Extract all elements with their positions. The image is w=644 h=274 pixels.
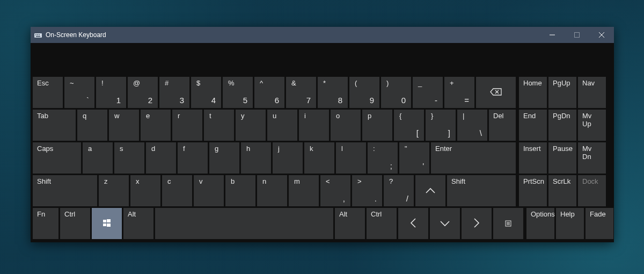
key-quote[interactable]: "' xyxy=(399,142,429,174)
key-m[interactable]: m xyxy=(289,175,319,206)
key-comma[interactable]: <, xyxy=(320,175,350,206)
key-o[interactable]: o xyxy=(331,110,361,141)
maximize-button[interactable] xyxy=(565,27,589,43)
key-b[interactable]: b xyxy=(225,175,255,206)
key-9[interactable]: (9 xyxy=(349,77,379,108)
chevron-right-icon xyxy=(473,218,480,230)
key-5[interactable]: %5 xyxy=(223,77,253,108)
key-backslash[interactable]: |\ xyxy=(457,110,487,141)
key-rbracket[interactable]: }] xyxy=(426,110,456,141)
keyboard-area: Esc ~` !1 @2 #3 $4 %5 ^6 &7 *8 (9 )0 _- … xyxy=(31,43,614,242)
key-end[interactable]: End xyxy=(519,110,547,141)
key-context-menu[interactable] xyxy=(493,208,523,239)
key-caps[interactable]: Caps xyxy=(33,142,81,174)
key-fade[interactable]: Fade xyxy=(586,208,613,239)
key-u[interactable]: u xyxy=(267,110,297,141)
key-insert[interactable]: Insert xyxy=(519,142,547,174)
key-3[interactable]: #3 xyxy=(159,77,189,108)
key-p[interactable]: p xyxy=(362,110,392,141)
key-mvup[interactable]: Mv Up xyxy=(578,110,606,141)
key-alt-right[interactable]: Alt xyxy=(335,208,365,239)
key-windows[interactable] xyxy=(92,208,122,239)
key-z[interactable]: z xyxy=(99,175,129,206)
key-period[interactable]: >. xyxy=(352,175,382,206)
key-pgdn[interactable]: PgDn xyxy=(548,110,576,141)
key-ctrl-right[interactable]: Ctrl xyxy=(367,208,397,239)
key-j[interactable]: j xyxy=(273,142,303,174)
key-6[interactable]: ^6 xyxy=(254,77,284,108)
key-v[interactable]: v xyxy=(194,175,224,206)
key-arrow-right[interactable] xyxy=(462,208,492,239)
key-shift-right[interactable]: Shift xyxy=(447,175,516,206)
key-k[interactable]: k xyxy=(304,142,334,174)
key-backspace[interactable] xyxy=(476,77,516,108)
svg-rect-4 xyxy=(36,36,40,37)
key-options[interactable]: Options xyxy=(526,208,554,239)
key-8[interactable]: *8 xyxy=(318,77,348,108)
key-n[interactable]: n xyxy=(257,175,287,206)
chevron-up-icon xyxy=(425,186,436,196)
key-d[interactable]: d xyxy=(146,142,176,174)
key-dock[interactable]: Dock xyxy=(578,175,606,206)
key-e[interactable]: e xyxy=(141,110,171,141)
key-arrow-left[interactable] xyxy=(398,208,428,239)
key-pause[interactable]: Pause xyxy=(548,142,576,174)
key-esc[interactable]: Esc xyxy=(33,77,63,108)
key-enter[interactable]: Enter xyxy=(431,142,516,174)
svg-rect-12 xyxy=(107,219,111,222)
key-h[interactable]: h xyxy=(241,142,271,174)
key-l[interactable]: l xyxy=(336,142,366,174)
row-5: Fn Ctrl Alt Alt Ctrl xyxy=(33,208,612,239)
svg-rect-6 xyxy=(575,33,580,38)
key-fn[interactable]: Fn xyxy=(33,208,58,239)
key-g[interactable]: g xyxy=(209,142,239,174)
key-lbracket[interactable]: {[ xyxy=(394,110,424,141)
key-scrlk[interactable]: ScrLk xyxy=(548,175,576,206)
key-1[interactable]: !1 xyxy=(96,77,126,108)
key-help[interactable]: Help xyxy=(556,208,584,239)
key-alt-left[interactable]: Alt xyxy=(123,208,153,239)
key-ctrl-left[interactable]: Ctrl xyxy=(60,208,90,239)
svg-rect-1 xyxy=(35,34,36,35)
key-w[interactable]: w xyxy=(109,110,139,141)
key-y[interactable]: y xyxy=(236,110,266,141)
key-q[interactable]: q xyxy=(77,110,107,141)
key-tab[interactable]: Tab xyxy=(33,110,76,141)
close-button[interactable] xyxy=(589,27,614,43)
key-x[interactable]: x xyxy=(130,175,160,206)
key-semicolon[interactable]: :; xyxy=(368,142,398,174)
key-arrow-up[interactable] xyxy=(415,175,445,206)
svg-rect-0 xyxy=(34,33,42,38)
key-r[interactable]: r xyxy=(172,110,202,141)
key-home[interactable]: Home xyxy=(519,77,547,108)
key-t[interactable]: t xyxy=(204,110,234,141)
key-c[interactable]: c xyxy=(162,175,192,206)
key-minus[interactable]: _- xyxy=(413,77,443,108)
svg-rect-13 xyxy=(103,223,106,226)
svg-rect-11 xyxy=(103,220,106,222)
backspace-icon xyxy=(490,88,502,97)
key-s[interactable]: s xyxy=(114,142,144,174)
key-7[interactable]: &7 xyxy=(286,77,316,108)
key-del[interactable]: Del xyxy=(489,110,516,141)
key-pgup[interactable]: PgUp xyxy=(548,77,576,108)
key-4[interactable]: $4 xyxy=(191,77,221,108)
key-f[interactable]: f xyxy=(178,142,208,174)
window-title: On-Screen Keyboard xyxy=(46,31,106,39)
key-nav[interactable]: Nav xyxy=(578,77,606,108)
key-a[interactable]: a xyxy=(83,142,113,174)
key-backtick[interactable]: ~` xyxy=(64,77,94,108)
osk-window: On-Screen Keyboard Esc ~` !1 @2 #3 $4 %5… xyxy=(31,27,614,242)
key-shift-left[interactable]: Shift xyxy=(33,175,97,206)
minimize-button[interactable] xyxy=(540,27,565,43)
key-prtscn[interactable]: PrtScn xyxy=(519,175,547,206)
key-i[interactable]: i xyxy=(299,110,329,141)
key-mvdn[interactable]: Mv Dn xyxy=(578,142,606,174)
titlebar[interactable]: On-Screen Keyboard xyxy=(31,27,614,43)
key-arrow-down[interactable] xyxy=(430,208,460,239)
key-2[interactable]: @2 xyxy=(128,77,158,108)
key-space[interactable] xyxy=(155,208,333,239)
key-slash[interactable]: ?/ xyxy=(384,175,414,206)
key-equals[interactable]: += xyxy=(444,77,474,108)
key-0[interactable]: )0 xyxy=(381,77,411,108)
